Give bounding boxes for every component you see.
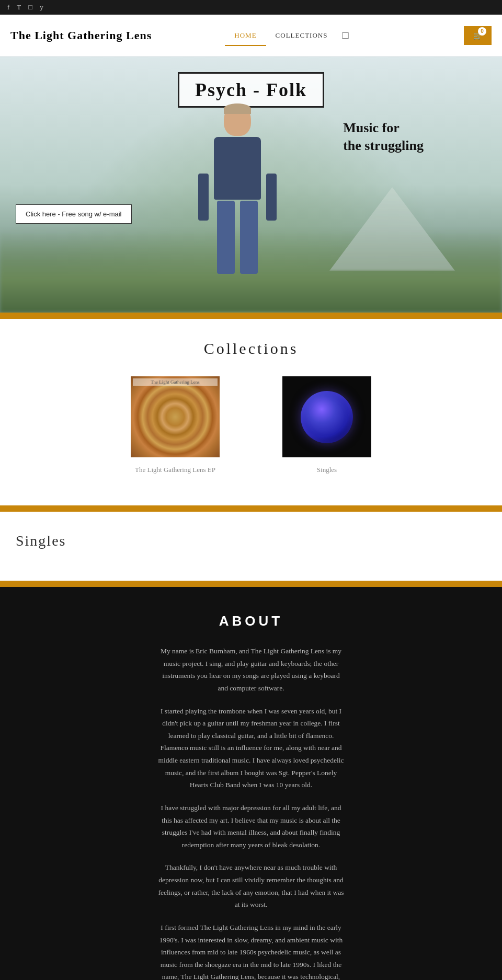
gold-divider-2 (0, 505, 502, 512)
collections-section: Collections The Light Gathering Lens The… (0, 319, 502, 505)
hero-section: Psych - Folk Music for the struggling Cl… (0, 56, 502, 313)
person-head (224, 103, 251, 136)
person-arm-right (266, 174, 277, 221)
hero-person-figure (203, 103, 271, 281)
nav: HOME COLLECTIONS (225, 26, 337, 45)
tumblr-icon[interactable]: □ (28, 3, 32, 11)
collection-label-singles: Singles (317, 466, 337, 474)
about-para-2: I started playing the trombone when I wa… (157, 705, 345, 791)
nav-collections[interactable]: COLLECTIONS (266, 26, 337, 45)
collection-label-ep: The Light Gathering Lens EP (135, 466, 215, 474)
tagline-line1: Music for (343, 119, 424, 137)
album-wood-label: The Light Gathering Lens (133, 378, 218, 386)
about-title: ABOUT (21, 613, 481, 629)
cart-button[interactable]: 🛒 0 (464, 26, 492, 45)
cart-area: 🛒 0 (464, 26, 492, 45)
about-para-5: I first formed The Light Gathering Lens … (157, 921, 345, 980)
hero-tagline: Music for the struggling (343, 119, 424, 155)
collection-img-singles (282, 376, 371, 457)
free-song-button[interactable]: Click here - Free song w/ e-mail (16, 204, 132, 224)
gold-divider-1 (0, 313, 502, 319)
about-section: ABOUT My name is Eric Burnham, and The L… (0, 587, 502, 980)
nav-home[interactable]: HOME (225, 26, 266, 45)
cart-icon-wrap: 🛒 0 (473, 31, 482, 40)
collections-grid: The Light Gathering Lens The Light Gathe… (10, 376, 492, 474)
about-para-3: I have struggled with major depression f… (157, 802, 345, 851)
person-leg-right (240, 201, 258, 274)
collections-title: Collections (10, 340, 492, 358)
person-legs (203, 201, 271, 274)
person-arm-left (198, 174, 209, 221)
album-art-wood: The Light Gathering Lens (131, 376, 220, 457)
facebook-icon[interactable]: f (7, 3, 9, 11)
person-leg-left (217, 201, 235, 274)
youtube-icon[interactable]: y (40, 3, 43, 11)
collection-img-ep: The Light Gathering Lens (131, 376, 220, 457)
singles-title: Singles (16, 533, 486, 549)
person-arms (198, 174, 277, 194)
gold-divider-3 (0, 581, 502, 587)
genre-box: Psych - Folk (178, 72, 324, 108)
album-lens-graphic (301, 391, 353, 443)
tagline-line2: the struggling (343, 137, 424, 155)
about-para-1: My name is Eric Burnham, and The Light G… (157, 645, 345, 695)
collection-item-ep[interactable]: The Light Gathering Lens The Light Gathe… (131, 376, 220, 474)
album-art-dark (282, 376, 371, 457)
site-title: The Light Gathering Lens (10, 29, 152, 42)
cart-badge: 0 (478, 27, 486, 36)
header: The Light Gathering Lens HOME COLLECTION… (0, 15, 502, 56)
social-bar: f T □ y (0, 0, 502, 15)
about-para-4: Thankfully, I don't have anywhere near a… (157, 861, 345, 911)
mobile-menu-icon[interactable]: □ (337, 29, 353, 41)
singles-section: Singles (0, 512, 502, 581)
collection-item-singles[interactable]: Singles (282, 376, 371, 474)
twitter-icon[interactable]: T (17, 3, 21, 11)
person (203, 103, 271, 281)
person-hair (224, 103, 251, 114)
genre-label: Psych - Folk (195, 79, 307, 100)
